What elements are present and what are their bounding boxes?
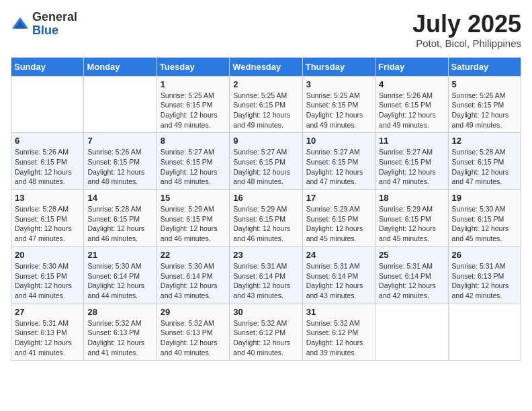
day-info: Sunrise: 5:25 AM Sunset: 6:15 PM Dayligh… bbox=[161, 91, 226, 130]
logo-icon bbox=[11, 15, 30, 34]
calendar-cell: 19Sunrise: 5:30 AM Sunset: 6:15 PM Dayli… bbox=[448, 190, 521, 247]
day-info: Sunrise: 5:32 AM Sunset: 6:12 PM Dayligh… bbox=[306, 318, 371, 358]
day-number: 19 bbox=[452, 193, 517, 203]
day-info: Sunrise: 5:27 AM Sunset: 6:15 PM Dayligh… bbox=[379, 147, 444, 187]
day-of-week-header: Sunday bbox=[11, 57, 84, 76]
calendar-cell: 2Sunrise: 5:25 AM Sunset: 6:15 PM Daylig… bbox=[230, 76, 302, 133]
calendar-table: SundayMondayTuesdayWednesdayThursdayFrid… bbox=[11, 57, 521, 361]
calendar-cell bbox=[84, 76, 157, 133]
day-info: Sunrise: 5:32 AM Sunset: 6:13 PM Dayligh… bbox=[87, 318, 152, 358]
day-number: 18 bbox=[379, 193, 444, 203]
day-number: 3 bbox=[306, 79, 371, 89]
day-of-week-header: Tuesday bbox=[157, 57, 229, 76]
day-of-week-header: Saturday bbox=[448, 57, 521, 76]
day-info: Sunrise: 5:30 AM Sunset: 6:15 PM Dayligh… bbox=[15, 261, 80, 301]
day-info: Sunrise: 5:32 AM Sunset: 6:12 PM Dayligh… bbox=[233, 318, 298, 358]
day-info: Sunrise: 5:29 AM Sunset: 6:15 PM Dayligh… bbox=[233, 204, 298, 244]
calendar-cell: 15Sunrise: 5:29 AM Sunset: 6:15 PM Dayli… bbox=[157, 190, 229, 247]
calendar-cell bbox=[375, 304, 448, 361]
day-info: Sunrise: 5:28 AM Sunset: 6:15 PM Dayligh… bbox=[15, 204, 80, 244]
calendar-cell: 13Sunrise: 5:28 AM Sunset: 6:15 PM Dayli… bbox=[11, 190, 84, 247]
calendar-week-row: 27Sunrise: 5:31 AM Sunset: 6:13 PM Dayli… bbox=[11, 304, 521, 361]
day-number: 28 bbox=[87, 307, 152, 317]
day-number: 13 bbox=[15, 193, 80, 203]
day-number: 31 bbox=[306, 307, 371, 317]
day-number: 22 bbox=[161, 250, 226, 260]
day-number: 27 bbox=[15, 307, 80, 317]
day-info: Sunrise: 5:29 AM Sunset: 6:15 PM Dayligh… bbox=[379, 204, 444, 244]
calendar-cell: 7Sunrise: 5:26 AM Sunset: 6:15 PM Daylig… bbox=[84, 133, 157, 190]
logo-blue: Blue bbox=[32, 24, 77, 38]
day-info: Sunrise: 5:27 AM Sunset: 6:15 PM Dayligh… bbox=[306, 147, 371, 187]
location-title: Potot, Bicol, Philippines bbox=[412, 38, 521, 49]
calendar-cell: 10Sunrise: 5:27 AM Sunset: 6:15 PM Dayli… bbox=[302, 133, 375, 190]
day-of-week-header: Thursday bbox=[302, 57, 375, 76]
day-info: Sunrise: 5:29 AM Sunset: 6:15 PM Dayligh… bbox=[306, 204, 371, 244]
calendar-cell: 27Sunrise: 5:31 AM Sunset: 6:13 PM Dayli… bbox=[11, 304, 84, 361]
day-number: 20 bbox=[15, 250, 80, 260]
day-info: Sunrise: 5:25 AM Sunset: 6:15 PM Dayligh… bbox=[233, 91, 298, 130]
day-number: 8 bbox=[161, 136, 226, 146]
day-of-week-header: Friday bbox=[375, 57, 448, 76]
calendar-cell: 25Sunrise: 5:31 AM Sunset: 6:14 PM Dayli… bbox=[375, 246, 448, 304]
day-number: 2 bbox=[233, 79, 298, 89]
calendar-cell: 3Sunrise: 5:25 AM Sunset: 6:15 PM Daylig… bbox=[302, 76, 375, 133]
calendar-cell: 14Sunrise: 5:28 AM Sunset: 6:15 PM Dayli… bbox=[84, 190, 157, 247]
day-info: Sunrise: 5:31 AM Sunset: 6:14 PM Dayligh… bbox=[379, 261, 444, 301]
day-number: 10 bbox=[306, 136, 371, 146]
day-info: Sunrise: 5:29 AM Sunset: 6:15 PM Dayligh… bbox=[161, 204, 226, 244]
calendar-cell: 16Sunrise: 5:29 AM Sunset: 6:15 PM Dayli… bbox=[230, 190, 302, 247]
logo: General Blue bbox=[11, 11, 77, 38]
calendar-cell: 21Sunrise: 5:30 AM Sunset: 6:14 PM Dayli… bbox=[84, 246, 157, 304]
day-info: Sunrise: 5:25 AM Sunset: 6:15 PM Dayligh… bbox=[306, 91, 371, 130]
calendar-cell: 29Sunrise: 5:32 AM Sunset: 6:13 PM Dayli… bbox=[157, 304, 229, 361]
day-number: 7 bbox=[87, 136, 152, 146]
calendar-header: SundayMondayTuesdayWednesdayThursdayFrid… bbox=[11, 57, 521, 76]
day-info: Sunrise: 5:30 AM Sunset: 6:14 PM Dayligh… bbox=[161, 261, 226, 301]
calendar-cell: 12Sunrise: 5:28 AM Sunset: 6:15 PM Dayli… bbox=[448, 133, 521, 190]
calendar-cell: 22Sunrise: 5:30 AM Sunset: 6:14 PM Dayli… bbox=[157, 246, 229, 304]
calendar-cell bbox=[11, 76, 84, 133]
day-info: Sunrise: 5:31 AM Sunset: 6:14 PM Dayligh… bbox=[233, 261, 298, 301]
calendar-cell: 8Sunrise: 5:27 AM Sunset: 6:15 PM Daylig… bbox=[157, 133, 229, 190]
day-info: Sunrise: 5:30 AM Sunset: 6:15 PM Dayligh… bbox=[452, 204, 517, 244]
day-info: Sunrise: 5:31 AM Sunset: 6:13 PM Dayligh… bbox=[452, 261, 517, 301]
day-info: Sunrise: 5:27 AM Sunset: 6:15 PM Dayligh… bbox=[233, 147, 298, 187]
month-title: July 2025 bbox=[412, 11, 521, 38]
day-of-week-header: Monday bbox=[84, 57, 157, 76]
day-of-week-header: Wednesday bbox=[230, 57, 302, 76]
calendar-cell: 24Sunrise: 5:31 AM Sunset: 6:14 PM Dayli… bbox=[302, 246, 375, 304]
day-number: 1 bbox=[161, 79, 226, 89]
day-info: Sunrise: 5:26 AM Sunset: 6:15 PM Dayligh… bbox=[379, 91, 444, 130]
logo-general: General bbox=[32, 11, 77, 24]
day-number: 29 bbox=[161, 307, 226, 317]
calendar-header-row: SundayMondayTuesdayWednesdayThursdayFrid… bbox=[11, 57, 521, 76]
day-number: 25 bbox=[379, 250, 444, 260]
calendar-cell: 28Sunrise: 5:32 AM Sunset: 6:13 PM Dayli… bbox=[84, 304, 157, 361]
calendar-cell: 6Sunrise: 5:26 AM Sunset: 6:15 PM Daylig… bbox=[11, 133, 84, 190]
calendar-cell: 26Sunrise: 5:31 AM Sunset: 6:13 PM Dayli… bbox=[448, 246, 521, 304]
calendar-week-row: 13Sunrise: 5:28 AM Sunset: 6:15 PM Dayli… bbox=[11, 190, 521, 247]
day-number: 16 bbox=[233, 193, 298, 203]
calendar-cell bbox=[448, 304, 521, 361]
calendar-cell: 5Sunrise: 5:26 AM Sunset: 6:15 PM Daylig… bbox=[448, 76, 521, 133]
day-number: 24 bbox=[306, 250, 371, 260]
day-number: 17 bbox=[306, 193, 371, 203]
day-number: 15 bbox=[161, 193, 226, 203]
day-number: 21 bbox=[87, 250, 152, 260]
day-info: Sunrise: 5:27 AM Sunset: 6:15 PM Dayligh… bbox=[161, 147, 226, 187]
day-number: 23 bbox=[233, 250, 298, 260]
calendar-week-row: 20Sunrise: 5:30 AM Sunset: 6:15 PM Dayli… bbox=[11, 246, 521, 304]
day-number: 14 bbox=[87, 193, 152, 203]
day-number: 6 bbox=[15, 136, 80, 146]
logo-text: General Blue bbox=[32, 11, 77, 38]
title-area: July 2025 Potot, Bicol, Philippines bbox=[412, 11, 521, 49]
day-info: Sunrise: 5:32 AM Sunset: 6:13 PM Dayligh… bbox=[161, 318, 226, 358]
calendar-cell: 11Sunrise: 5:27 AM Sunset: 6:15 PM Dayli… bbox=[375, 133, 448, 190]
calendar-cell: 30Sunrise: 5:32 AM Sunset: 6:12 PM Dayli… bbox=[230, 304, 302, 361]
day-info: Sunrise: 5:26 AM Sunset: 6:15 PM Dayligh… bbox=[15, 147, 80, 187]
day-number: 30 bbox=[233, 307, 298, 317]
day-info: Sunrise: 5:31 AM Sunset: 6:14 PM Dayligh… bbox=[306, 261, 371, 301]
day-info: Sunrise: 5:26 AM Sunset: 6:15 PM Dayligh… bbox=[452, 91, 517, 130]
calendar-cell: 17Sunrise: 5:29 AM Sunset: 6:15 PM Dayli… bbox=[302, 190, 375, 247]
